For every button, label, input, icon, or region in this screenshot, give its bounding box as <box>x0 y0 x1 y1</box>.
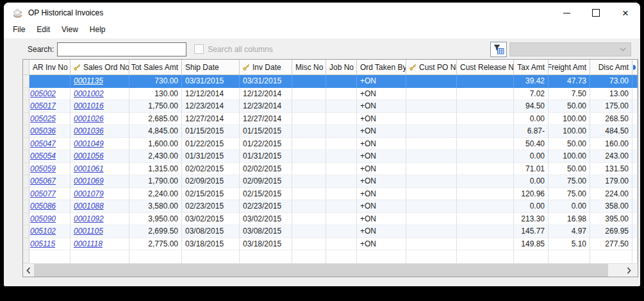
table-row[interactable]: 00510200011052,699.5003/08/201503/08/201… <box>23 225 638 238</box>
menu-edit[interactable]: Edit <box>31 23 56 36</box>
table-row[interactable]: 00504700010491,600.0001/22/201501/22/201… <box>23 138 638 151</box>
search-input[interactable] <box>57 42 186 56</box>
grid-cell-sales-ord-no[interactable]: 0001049 <box>70 138 129 151</box>
grid-cell-sales-ord-no[interactable]: 0001061 <box>70 163 129 176</box>
column-header-disc-amt[interactable]: Disc Amt <box>590 60 632 74</box>
grid-cell-sales-ord-no[interactable]: 0001088 <box>70 200 129 213</box>
grid-cell-ar-inv-no[interactable]: 005090 <box>29 213 70 226</box>
column-header-ord-taken-by[interactable]: Ord Taken By <box>357 60 406 74</box>
row-selector-gutter[interactable] <box>23 138 29 151</box>
grid-cell-sales-ord-no[interactable]: 0001002 <box>70 88 129 101</box>
scroll-right-button[interactable] <box>623 264 634 277</box>
menu-view[interactable]: View <box>56 23 84 36</box>
row-selector-gutter[interactable] <box>23 75 29 88</box>
grid-cell-cust-release-no <box>457 213 514 226</box>
grid-cell-sales-ord-no[interactable]: 0001056 <box>70 150 129 163</box>
table-row[interactable]: 00505900010611,315.0002/02/201502/02/201… <box>23 163 638 176</box>
grid-cell-ar-inv-no[interactable]: 005047 <box>29 138 70 151</box>
grid-cell-cust-release-no <box>457 113 514 126</box>
column-header-ship-date[interactable]: Ship Date <box>182 60 240 74</box>
grid-cell-freight-amt: 5.10 <box>549 238 590 251</box>
grid-cell-sales-ord-no[interactable]: 0001092 <box>70 213 129 226</box>
table-row[interactable]: 00511500011182,775.0003/18/201503/18/201… <box>23 238 638 251</box>
column-header-cust-release-no[interactable]: Cust Release No <box>457 60 514 74</box>
grid-cell-ar-inv-no[interactable]: 005017 <box>29 100 70 113</box>
row-selector-gutter[interactable] <box>23 188 29 201</box>
filter-button[interactable] <box>490 42 507 57</box>
grid-cell-job-no <box>326 138 357 151</box>
table-row[interactable]: 00509000010923,950.0003/02/201503/02/201… <box>23 213 638 226</box>
grid-cell-ar-inv-no[interactable]: 005067 <box>29 175 70 188</box>
column-header-ar-inv-no[interactable]: AR Inv No <box>29 60 70 74</box>
row-selector-gutter[interactable] <box>23 88 29 101</box>
grid-cell-job-no <box>326 200 357 213</box>
table-row[interactable]: 00501700010161,750.0012/23/201412/23/201… <box>23 100 638 113</box>
table-row[interactable]: 00503600010364,845.0001/15/201501/15/201… <box>23 125 638 138</box>
table-row[interactable]: 00502500010262,685.0012/27/201412/27/201… <box>23 113 638 126</box>
row-selector-gutter[interactable] <box>23 125 29 138</box>
grid-cell-misc-no <box>292 200 326 213</box>
table-row[interactable]: 0001135730.0003/31/201503/31/2015+ON39.4… <box>23 75 638 88</box>
grid-cell-freight-amt: 100.00 <box>549 113 590 126</box>
grid-cell-clipped <box>632 188 638 201</box>
column-header-freight-amt[interactable]: Freight Amt <box>549 60 590 74</box>
grid-cell-ar-inv-no[interactable]: 005086 <box>29 200 70 213</box>
row-selector-gutter[interactable] <box>23 213 29 226</box>
row-selector-gutter[interactable] <box>23 163 29 176</box>
row-selector-gutter[interactable] <box>23 175 29 188</box>
column-header-sales-ord-no[interactable]: Sales Ord No <box>70 60 129 74</box>
grid-cell-sales-ord-no[interactable]: 0001016 <box>70 100 129 113</box>
maximize-button[interactable] <box>581 3 611 23</box>
scroll-left-button[interactable] <box>23 264 34 277</box>
grid-cell-disc-amt: 269.95 <box>590 225 632 238</box>
column-header-tot-sales-amt[interactable]: Tot Sales Amt <box>129 60 182 74</box>
horizontal-scrollbar[interactable] <box>23 263 638 277</box>
menu-help[interactable]: Help <box>84 23 111 36</box>
column-header-inv-date[interactable]: Inv Date <box>240 60 292 74</box>
row-selector-gutter[interactable] <box>23 100 29 113</box>
row-selector-gutter[interactable] <box>23 225 29 238</box>
grid-cell-sales-ord-no[interactable]: 0001135 <box>70 75 129 88</box>
column-filter-dropdown[interactable] <box>509 42 631 56</box>
table-row[interactable]: 00505400010562,430.0001/31/201501/31/201… <box>23 150 638 163</box>
grid-cell-sales-ord-no[interactable]: 0001069 <box>70 175 129 188</box>
row-selector-gutter[interactable] <box>23 150 29 163</box>
column-header-job-no[interactable]: Job No <box>326 60 357 74</box>
grid-cell-ar-inv-no[interactable]: 005059 <box>29 163 70 176</box>
search-all-columns-checkbox[interactable] <box>194 44 204 54</box>
grid-cell-ar-inv-no[interactable]: 005002 <box>29 88 70 101</box>
grid-cell-ar-inv-no[interactable]: 005036 <box>29 125 70 138</box>
grid-cell-sales-ord-no[interactable]: 0001036 <box>70 125 129 138</box>
grid-cell-freight-amt: 16.98 <box>549 213 590 226</box>
menu-file[interactable]: File <box>7 23 31 36</box>
row-selector-gutter[interactable] <box>23 238 29 251</box>
scrollbar-thumb[interactable] <box>34 264 608 277</box>
grid-cell-ar-inv-no[interactable]: 005054 <box>29 150 70 163</box>
grid-cell-clipped <box>632 163 638 176</box>
column-header-label: AR Inv No <box>33 63 68 72</box>
grid-cell-sales-ord-no[interactable]: 0001026 <box>70 113 129 126</box>
grid-cell-sales-ord-no[interactable]: 0001079 <box>70 188 129 201</box>
row-selector-gutter <box>23 250 29 263</box>
row-selector-gutter[interactable] <box>23 200 29 213</box>
table-row[interactable]: 00508600010883,580.0002/23/201502/23/201… <box>23 200 638 213</box>
grid-cell-tot-sales-amt: 2,240.00 <box>129 188 182 201</box>
table-row[interactable]: 00507700010792,240.0002/15/201502/15/201… <box>23 188 638 201</box>
grid-cell-cust-po-no <box>406 100 457 113</box>
close-button[interactable]: × <box>611 3 640 23</box>
table-row[interactable]: 00506700010691,790.0002/09/201502/09/201… <box>23 175 638 188</box>
row-selector-gutter[interactable] <box>23 113 29 126</box>
grid-cell-ar-inv-no[interactable]: 005115 <box>29 238 70 251</box>
column-header-misc-no[interactable]: Misc No <box>292 60 326 74</box>
table-row[interactable]: 0050020001002130.0012/12/201412/12/2014+… <box>23 88 638 101</box>
title-bar: OP Historical Invoices × <box>4 3 640 23</box>
column-header-cust-po-no[interactable]: Cust PO No <box>406 60 457 74</box>
grid-cell-ar-inv-no[interactable]: 005025 <box>29 113 70 126</box>
grid-cell-empty <box>632 250 638 263</box>
column-header-tax-amt[interactable]: Tax Amt <box>514 60 549 74</box>
minimize-button[interactable] <box>552 3 581 23</box>
grid-cell-sales-ord-no[interactable]: 0001105 <box>70 225 129 238</box>
grid-cell-ar-inv-no[interactable]: 005077 <box>29 188 70 201</box>
grid-cell-sales-ord-no[interactable]: 0001118 <box>70 238 129 251</box>
grid-cell-ar-inv-no[interactable]: 005102 <box>29 225 70 238</box>
